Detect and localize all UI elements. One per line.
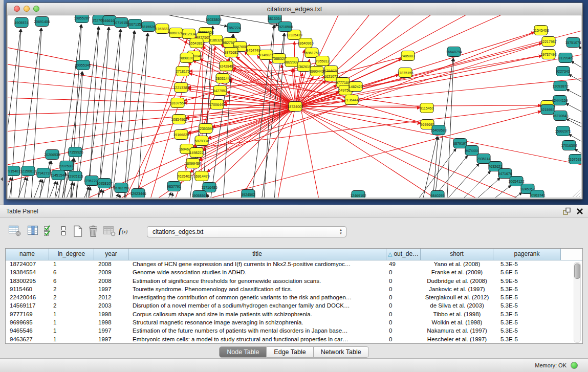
graph-node[interactable]: 2803144 [215, 74, 229, 83]
graph-node[interactable]: 9129946 [558, 53, 572, 63]
graph-node[interactable]: 9840295 [430, 191, 444, 198]
graph-node[interactable]: 17875155 [397, 68, 413, 78]
graph-node[interactable]: 19058561 [191, 191, 207, 198]
citation-network-graph[interactable]: 1872400797638228860128891293423226058982… [8, 15, 581, 198]
table-row[interactable]: 969969511998Structural magnetic resonanc… [6, 318, 582, 326]
column-header-in_degree[interactable]: in_degree [49, 249, 94, 260]
column-select-button[interactable] [43, 225, 57, 238]
graph-node[interactable]: 19975887 [58, 161, 74, 171]
tab-edge-table[interactable]: Edge Table [267, 346, 313, 358]
table-mode-button[interactable] [8, 225, 23, 238]
graph-node[interactable]: 18724007 [287, 102, 303, 112]
collapsed-splitter-icon[interactable] [1, 177, 3, 181]
graph-node[interactable]: 6879197 [453, 139, 467, 148]
graph-node[interactable]: 3915401 [8, 166, 20, 176]
graph-node[interactable]: 9115460 [420, 103, 434, 113]
function-builder-button[interactable]: f (x) [118, 225, 132, 238]
graph-node[interactable]: 12353594 [198, 124, 213, 134]
graph-node[interactable]: 2718176 [176, 67, 189, 76]
network-canvas[interactable]: 1872400797638228860128891293423226058982… [8, 15, 581, 198]
graph-node[interactable]: 16210643 [552, 111, 568, 121]
network-window-titlebar[interactable]: citations_edges.txt [7, 3, 582, 15]
table-row[interactable]: 1872400712008Changes of HCN gene express… [6, 260, 582, 268]
graph-node[interactable]: 8924502 [241, 190, 255, 198]
graph-node[interactable]: 20206535 [44, 150, 60, 160]
graph-node[interactable]: 17359926 [67, 147, 83, 157]
table-row[interactable]: 1456911722003Disruption of a novel membe… [6, 301, 582, 310]
graph-node[interactable]: 18640910 [297, 38, 313, 48]
window-resize-grip[interactable] [573, 189, 580, 197]
graph-node[interactable]: 9857791 [167, 182, 181, 191]
graph-node[interactable]: 15992971 [555, 126, 571, 136]
table-selector-combobox[interactable]: citations_edges.txt ▲▼ [147, 226, 346, 237]
tab-node-table[interactable]: Node Table [219, 346, 267, 358]
graph-node[interactable]: 17006441 [209, 100, 225, 110]
graph-node[interactable]: 8912934 [182, 29, 195, 39]
graph-node[interactable]: 12444159 [552, 96, 568, 105]
graph-node[interactable]: 17942737 [35, 168, 51, 178]
graph-node[interactable]: 10963741 [529, 190, 545, 198]
graph-node[interactable]: 17016504 [561, 141, 577, 150]
graph-node[interactable]: 16099484 [185, 159, 201, 168]
table-row[interactable]: 977716911998Corpus callosum shape and si… [6, 310, 582, 318]
graph-node[interactable]: 1362615 [297, 62, 311, 72]
graph-node[interactable]: 8427552 [213, 86, 227, 96]
column-header-pagerank[interactable]: pagerank [493, 249, 561, 260]
graph-node[interactable]: 4905574 [14, 18, 28, 28]
close-window-button[interactable] [14, 6, 20, 12]
column-header-short[interactable]: short [421, 249, 493, 260]
graph-node[interactable]: 9227343 [556, 67, 570, 76]
graph-node[interactable]: 2935114 [477, 154, 491, 164]
graph-node[interactable]: 8471676 [498, 169, 512, 179]
graph-node[interactable]: 9763822 [155, 24, 169, 34]
table-row[interactable]: 1938455462009Genome-wide association stu… [6, 268, 582, 276]
graph-node[interactable]: 9215953 [540, 105, 554, 115]
delete-table-button[interactable] [102, 225, 117, 238]
table-row[interactable]: 946554611997Estimation of the future num… [6, 326, 582, 335]
minimize-window-button[interactable] [24, 6, 30, 12]
graph-node[interactable]: 9242848 [219, 61, 233, 71]
graph-node[interactable]: 7815526 [141, 22, 155, 32]
graph-node[interactable]: 16782759 [113, 183, 129, 193]
close-panel-button[interactable] [576, 207, 584, 215]
graph-node[interactable]: 8990443 [310, 67, 323, 76]
table-row[interactable]: 911546021997Tourette syndrome. Phenomeno… [6, 285, 582, 293]
float-panel-button[interactable] [562, 207, 572, 215]
graph-node[interactable]: 2136444 [344, 95, 358, 105]
table-scrollbar-thumb[interactable] [574, 264, 580, 279]
graph-node[interactable]: 8186328 [209, 35, 223, 45]
graph-node[interactable]: 12093872 [552, 81, 568, 91]
graph-node[interactable]: 7955812 [315, 56, 329, 66]
graph-node[interactable]: 12905115 [68, 171, 83, 181]
graph-node[interactable]: 19218506 [277, 22, 293, 32]
graph-node[interactable]: 15751074 [565, 38, 581, 48]
graph-node[interactable]: 7625402 [177, 171, 191, 181]
graph-node[interactable]: 19737493 [540, 50, 556, 59]
graph-node[interactable]: 20691406 [34, 17, 50, 27]
graph-node[interactable]: 20055346 [75, 60, 91, 70]
column-header-title[interactable]: title [128, 249, 386, 260]
graph-node[interactable]: 11545408 [533, 26, 549, 35]
zoom-window-button[interactable] [33, 6, 39, 12]
column-header-year[interactable]: year [94, 249, 128, 260]
graph-node[interactable]: 12156813 [20, 166, 36, 176]
column-header-out_de[interactable]: △out_de… [386, 249, 421, 260]
graph-node[interactable]: 10958107 [96, 179, 112, 188]
graph-node[interactable]: 18107554 [169, 98, 185, 108]
tab-network-table[interactable]: Network Table [314, 346, 369, 358]
graph-node[interactable]: 9474444 [465, 146, 478, 156]
graph-node[interactable]: 12217987 [540, 37, 556, 47]
graph-node[interactable]: 9875685 [224, 48, 238, 57]
graph-node[interactable]: 19166825 [173, 130, 189, 140]
graph-node[interactable]: 9146821 [259, 50, 273, 60]
graph-node[interactable]: 7857224 [227, 23, 241, 33]
graph-node[interactable]: 16033809 [205, 15, 221, 25]
graph-node[interactable]: 10855287 [74, 15, 90, 23]
graph-node[interactable]: 8454749 [246, 46, 260, 55]
memory-status-indicator[interactable] [571, 362, 578, 369]
graph-node[interactable]: 7485083 [401, 51, 415, 61]
column-header-name[interactable]: name [6, 249, 49, 260]
graph-node[interactable]: 16543812 [188, 38, 204, 48]
graph-node[interactable]: 12469102 [350, 191, 366, 198]
graph-node[interactable]: 1498222 [189, 148, 203, 158]
